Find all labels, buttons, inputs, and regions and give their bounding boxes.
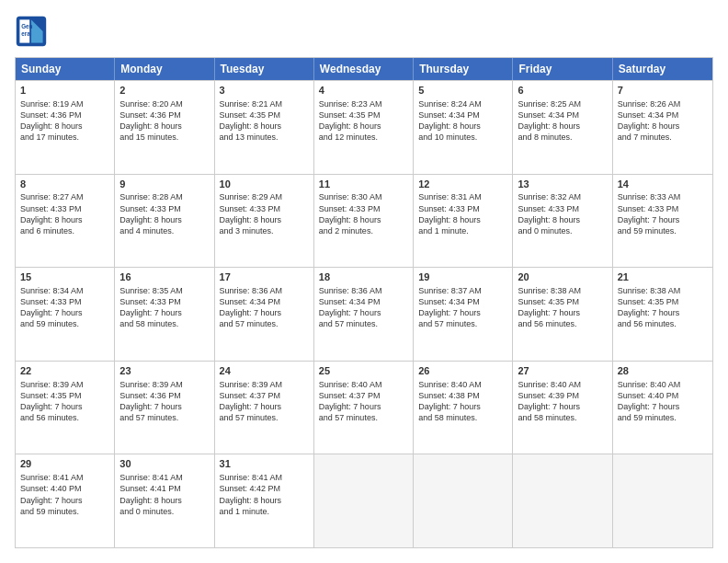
empty-cell xyxy=(414,454,513,547)
cell-line: Daylight: 8 hours xyxy=(319,214,408,225)
cell-line: Sunset: 4:40 PM xyxy=(20,483,109,494)
cell-line: and 56 minutes. xyxy=(518,318,607,329)
cell-line: and 10 minutes. xyxy=(418,132,507,143)
day-number: 2 xyxy=(119,84,209,98)
day-header-tuesday: Tuesday xyxy=(215,58,314,80)
cell-line: Daylight: 8 hours xyxy=(220,121,309,132)
cell-line: Sunset: 4:35 PM xyxy=(20,390,109,401)
week-row-1: 1Sunrise: 8:19 AMSunset: 4:36 PMDaylight… xyxy=(16,80,712,174)
cell-line: and 0 minutes. xyxy=(119,506,209,517)
cell-line: Sunset: 4:36 PM xyxy=(20,109,109,121)
cell-line: Daylight: 7 hours xyxy=(319,307,408,318)
day-number: 16 xyxy=(119,270,209,284)
cell-line: and 2 minutes. xyxy=(319,225,408,236)
cell-line: Sunset: 4:33 PM xyxy=(319,203,408,214)
cell-line: and 8 minutes. xyxy=(518,132,607,143)
cell-line: and 56 minutes. xyxy=(618,318,708,329)
day-number: 24 xyxy=(220,364,309,378)
cell-line: Daylight: 8 hours xyxy=(518,121,607,132)
cell-line: Daylight: 8 hours xyxy=(220,495,309,506)
cell-line: Sunset: 4:35 PM xyxy=(319,109,408,121)
cell-line: Sunset: 4:34 PM xyxy=(618,109,708,121)
cell-line: Sunrise: 8:20 AM xyxy=(119,98,209,109)
cell-line: Sunset: 4:33 PM xyxy=(618,203,708,214)
header: Gen eral xyxy=(15,15,713,48)
day-cell-3: 3Sunrise: 8:21 AMSunset: 4:35 PMDaylight… xyxy=(215,81,314,174)
day-number: 31 xyxy=(220,457,309,471)
cell-line: Sunset: 4:37 PM xyxy=(220,390,309,401)
cell-line: Sunset: 4:34 PM xyxy=(418,109,507,121)
cell-line: Daylight: 8 hours xyxy=(418,121,507,132)
cell-line: Sunrise: 8:31 AM xyxy=(418,191,507,202)
week-row-3: 15Sunrise: 8:34 AMSunset: 4:33 PMDayligh… xyxy=(16,267,712,361)
cell-line: Sunset: 4:33 PM xyxy=(20,203,109,214)
day-header-monday: Monday xyxy=(115,58,214,80)
cell-line: Sunrise: 8:41 AM xyxy=(220,472,309,483)
day-number: 12 xyxy=(418,178,507,191)
day-cell-23: 23Sunrise: 8:39 AMSunset: 4:36 PMDayligh… xyxy=(115,362,214,454)
cell-line: Daylight: 8 hours xyxy=(119,121,209,132)
cell-line: and 58 minutes. xyxy=(418,412,507,423)
cell-line: Sunset: 4:42 PM xyxy=(220,483,309,494)
cell-line: Sunrise: 8:39 AM xyxy=(20,379,109,390)
cell-line: Sunrise: 8:38 AM xyxy=(518,285,607,296)
day-cell-6: 6Sunrise: 8:25 AMSunset: 4:34 PMDaylight… xyxy=(513,81,612,174)
cell-line: Daylight: 7 hours xyxy=(418,307,507,318)
cell-line: Daylight: 7 hours xyxy=(20,307,109,318)
calendar-body: 1Sunrise: 8:19 AMSunset: 4:36 PMDaylight… xyxy=(16,80,712,547)
day-number: 28 xyxy=(618,364,708,378)
cell-line: and 58 minutes. xyxy=(518,412,607,423)
cell-line: and 57 minutes. xyxy=(220,318,309,329)
cell-line: and 13 minutes. xyxy=(220,132,309,143)
cell-line: and 6 minutes. xyxy=(20,225,109,236)
day-number: 20 xyxy=(518,270,607,284)
day-cell-13: 13Sunrise: 8:32 AMSunset: 4:33 PMDayligh… xyxy=(513,175,612,268)
day-cell-10: 10Sunrise: 8:29 AMSunset: 4:33 PMDayligh… xyxy=(215,175,314,268)
cell-line: Sunrise: 8:39 AM xyxy=(220,379,309,390)
cell-line: Sunset: 4:33 PM xyxy=(418,203,507,214)
day-cell-24: 24Sunrise: 8:39 AMSunset: 4:37 PMDayligh… xyxy=(215,362,314,454)
cell-line: Daylight: 7 hours xyxy=(618,307,708,318)
day-cell-15: 15Sunrise: 8:34 AMSunset: 4:33 PMDayligh… xyxy=(16,268,115,361)
cell-line: Sunset: 4:37 PM xyxy=(319,390,408,401)
day-number: 19 xyxy=(418,270,507,284)
day-number: 8 xyxy=(20,178,109,191)
svg-marker-2 xyxy=(31,31,43,43)
cell-line: Sunset: 4:34 PM xyxy=(418,296,507,307)
day-number: 23 xyxy=(119,364,209,378)
day-cell-5: 5Sunrise: 8:24 AMSunset: 4:34 PMDaylight… xyxy=(414,81,513,174)
cell-line: and 3 minutes. xyxy=(220,225,309,236)
cell-line: Daylight: 7 hours xyxy=(20,401,109,412)
day-cell-12: 12Sunrise: 8:31 AMSunset: 4:33 PMDayligh… xyxy=(414,175,513,268)
cell-line: and 59 minutes. xyxy=(618,412,708,423)
cell-line: Sunset: 4:38 PM xyxy=(418,390,507,401)
cell-line: and 59 minutes. xyxy=(20,318,109,329)
day-number: 4 xyxy=(319,84,408,98)
day-cell-29: 29Sunrise: 8:41 AMSunset: 4:40 PMDayligh… xyxy=(16,454,115,547)
cell-line: Sunrise: 8:38 AM xyxy=(618,285,708,296)
cell-line: Sunset: 4:35 PM xyxy=(220,109,309,121)
cell-line: Daylight: 8 hours xyxy=(20,121,109,132)
cell-line: and 1 minute. xyxy=(418,225,507,236)
day-cell-31: 31Sunrise: 8:41 AMSunset: 4:42 PMDayligh… xyxy=(215,454,314,547)
day-cell-4: 4Sunrise: 8:23 AMSunset: 4:35 PMDaylight… xyxy=(314,81,414,174)
cell-line: Daylight: 8 hours xyxy=(20,214,109,225)
day-number: 22 xyxy=(20,364,109,378)
day-number: 15 xyxy=(20,270,109,284)
cell-line: Sunrise: 8:33 AM xyxy=(618,191,708,202)
cell-line: Sunrise: 8:32 AM xyxy=(518,191,607,202)
cell-line: Daylight: 7 hours xyxy=(518,401,607,412)
empty-cell xyxy=(513,454,612,547)
day-number: 17 xyxy=(220,270,309,284)
cell-line: Sunset: 4:34 PM xyxy=(220,296,309,307)
day-cell-20: 20Sunrise: 8:38 AMSunset: 4:35 PMDayligh… xyxy=(513,268,612,361)
cell-line: Sunrise: 8:34 AM xyxy=(20,285,109,296)
day-number: 14 xyxy=(618,178,708,191)
cell-line: Daylight: 7 hours xyxy=(618,401,708,412)
cell-line: and 15 minutes. xyxy=(119,132,209,143)
day-number: 1 xyxy=(20,84,109,98)
cell-line: Daylight: 7 hours xyxy=(119,401,209,412)
cell-line: Sunset: 4:39 PM xyxy=(518,390,607,401)
cell-line: Sunset: 4:36 PM xyxy=(119,390,209,401)
cell-line: Sunrise: 8:40 AM xyxy=(618,379,708,390)
